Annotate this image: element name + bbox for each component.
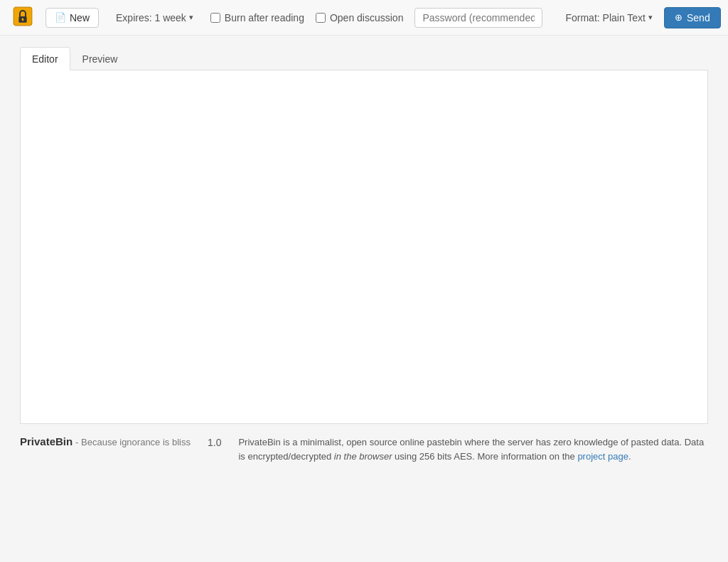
open-discussion-label[interactable]: Open discussion [316, 12, 404, 23]
tab-editor-label: Editor [32, 53, 58, 65]
app-version: 1.0 [208, 435, 221, 448]
burn-after-reading-label[interactable]: Burn after reading [210, 12, 304, 23]
footer: PrivateBin - Because ignorance is bliss … [9, 435, 719, 463]
footer-desc-end: . [628, 451, 631, 462]
footer-desc-text2: using 256 bits AES. More information on … [392, 451, 578, 462]
document-icon: 📄 [55, 12, 66, 23]
tab-preview[interactable]: Preview [70, 47, 130, 70]
main-content: Editor Preview [9, 47, 719, 424]
password-input[interactable] [414, 8, 542, 28]
app-logo [11, 5, 34, 30]
format-label: Format: Plain Text [565, 12, 646, 23]
app-name: PrivateBin [20, 435, 73, 447]
footer-brand: PrivateBin - Because ignorance is bliss [20, 435, 191, 447]
format-dropdown[interactable]: Format: Plain Text [565, 12, 653, 23]
tab-editor[interactable]: Editor [20, 47, 70, 70]
navbar: 📄 New Expires: 1 week Burn after reading… [0, 0, 728, 36]
send-button-label: Send [687, 12, 710, 23]
send-button[interactable]: ⊕ Send [664, 7, 721, 28]
project-page-link[interactable]: project page [577, 451, 628, 462]
open-discussion-text: Open discussion [330, 12, 404, 23]
burn-after-reading-checkbox[interactable] [210, 13, 220, 23]
editor-container [20, 70, 708, 424]
send-icon: ⊕ [675, 12, 682, 23]
tabs-container: Editor Preview [20, 47, 708, 70]
new-button-label: New [70, 12, 90, 23]
editor-textarea[interactable] [21, 70, 707, 423]
expires-label: Expires: 1 week [116, 12, 186, 23]
footer-desc-italic: in the browser [334, 451, 392, 462]
app-tagline: - Because ignorance is bliss [75, 437, 191, 447]
tab-preview-label: Preview [82, 53, 118, 65]
open-discussion-checkbox[interactable] [316, 13, 326, 23]
burn-after-reading-text: Burn after reading [225, 12, 304, 23]
expires-dropdown[interactable]: Expires: 1 week [110, 9, 199, 27]
svg-rect-4 [22, 19, 23, 21]
new-button[interactable]: 📄 New [46, 8, 99, 28]
footer-description: PrivateBin is a minimalist, open source … [238, 435, 708, 463]
